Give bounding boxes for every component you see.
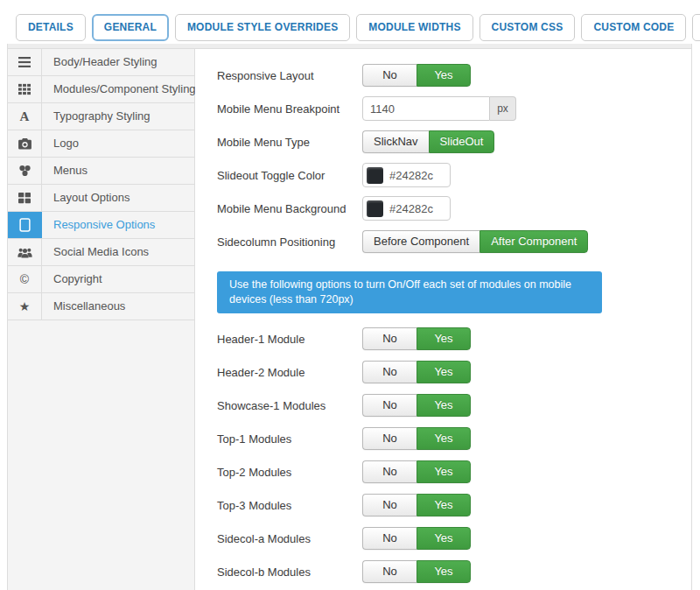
sidebar-item-modules-component-styling[interactable]: Modules/Component Styling xyxy=(8,76,194,103)
showcase-1-modules-toggle: No Yes xyxy=(362,394,471,417)
top-tab-bar: DETAILS GENERAL MODULE STYLE OVERRIDES M… xyxy=(16,14,700,41)
breakpoint-input[interactable] xyxy=(362,96,490,121)
yes-button[interactable]: Yes xyxy=(416,460,471,483)
users-icon xyxy=(8,239,42,265)
sidebar-item-label: Copyright xyxy=(42,266,102,292)
field-label: Mobile Menu Background xyxy=(217,202,362,215)
px-unit-addon: px xyxy=(490,96,516,121)
field-slideout-toggle-color: Slideout Toggle Color #24282c xyxy=(217,163,691,187)
field-label: Slideout Toggle Color xyxy=(217,169,362,182)
top-3-modules-toggle: No Yes xyxy=(362,494,471,516)
sidebar-item-label: Body/Header Styling xyxy=(42,49,158,75)
no-button[interactable]: No xyxy=(362,427,416,450)
no-button[interactable]: No xyxy=(362,394,416,417)
yes-button[interactable]: Yes xyxy=(416,427,471,450)
sidebar-item-label: Typography Styling xyxy=(42,103,150,130)
field-label: Header-2 Module xyxy=(217,366,362,379)
sidebar-item-label: Responsive Options xyxy=(42,212,155,238)
sidebar-item-label: Layout Options xyxy=(42,185,130,211)
field-label: Top-1 Modules xyxy=(217,432,362,446)
field-label: Top-3 Modules xyxy=(217,499,362,512)
sidebar-item-social-media-icons[interactable]: Social Media Icons xyxy=(8,239,194,266)
yes-button[interactable]: Yes xyxy=(416,394,471,417)
field-header-1-module: Header-1 Module No Yes xyxy=(217,327,691,351)
responsive-layout-no-button[interactable]: No xyxy=(362,64,416,87)
sidebar-item-label: Social Media Icons xyxy=(42,239,149,265)
slideout-button[interactable]: SlideOut xyxy=(429,130,495,153)
slicknav-button[interactable]: SlickNav xyxy=(362,130,429,153)
layout-icon xyxy=(8,185,42,211)
sidebar-item-typography-styling[interactable]: A Typography Styling xyxy=(8,103,194,130)
yes-button[interactable]: Yes xyxy=(416,494,471,516)
top-2-modules-toggle: No Yes xyxy=(362,460,471,483)
field-label: Sidecolumn Positioning xyxy=(217,235,362,249)
header-2-module-toggle: No Yes xyxy=(362,361,471,383)
field-showcase-1-modules: Showcase-1 Modules No Yes xyxy=(217,393,691,418)
no-button[interactable]: No xyxy=(362,361,416,383)
before-component-button[interactable]: Before Component xyxy=(362,230,480,253)
field-top-3-modules: Top-3 Modules No Yes xyxy=(217,493,691,517)
no-button[interactable]: No xyxy=(362,560,416,583)
color-value: #24282c xyxy=(389,169,433,182)
field-label: Responsive Layout xyxy=(217,69,362,82)
sidecolumn-positioning-toggle: Before Component After Component xyxy=(362,230,588,253)
sidebar-item-copyright[interactable]: © Copyright xyxy=(8,266,194,293)
yes-button[interactable]: Yes xyxy=(416,560,471,583)
tab-custom-code[interactable]: CUSTOM CODE xyxy=(581,14,686,41)
star-icon: ★ xyxy=(8,293,42,320)
sidebar-item-body-header-styling[interactable]: Body/Header Styling xyxy=(8,49,194,76)
field-label: Sidecol-a Modules xyxy=(217,532,362,545)
field-top-1-modules: Top-1 Modules No Yes xyxy=(217,426,691,451)
field-sidecolumn-positioning: Sidecolumn Positioning Before Component … xyxy=(217,229,691,254)
top-1-modules-toggle: No Yes xyxy=(362,427,471,450)
settings-panel: Body/Header Styling Modules/Component St… xyxy=(7,44,692,590)
sidebar-item-responsive-options[interactable]: Responsive Options xyxy=(8,212,194,239)
no-button[interactable]: No xyxy=(362,527,416,550)
sidebar-item-label: Menus xyxy=(42,158,88,184)
header-1-module-toggle: No Yes xyxy=(362,327,471,350)
color-swatch xyxy=(367,200,383,217)
grid-icon xyxy=(8,76,42,102)
field-responsive-layout: Responsive Layout No Yes xyxy=(217,63,691,88)
sidebar-item-logo[interactable]: Logo xyxy=(8,130,194,158)
tab-module-widths[interactable]: MODULE WIDTHS xyxy=(356,14,472,41)
color-value: #24282c xyxy=(389,202,433,215)
yes-button[interactable]: Yes xyxy=(416,361,471,383)
field-mobile-menu-type: Mobile Menu Type SlickNav SlideOut xyxy=(217,130,691,154)
field-label: Mobile Menu Type xyxy=(217,136,362,149)
field-mobile-menu-background: Mobile Menu Background #24282c xyxy=(217,196,691,221)
menus-icon xyxy=(8,158,42,184)
field-mobile-menu-breakpoint: Mobile Menu Breakpoint px xyxy=(217,96,691,121)
sidebar-item-layout-options[interactable]: Layout Options xyxy=(8,185,194,212)
responsive-layout-toggle: No Yes xyxy=(362,64,471,87)
slideout-toggle-color-picker[interactable]: #24282c xyxy=(362,163,451,187)
no-button[interactable]: No xyxy=(362,494,416,516)
mobile-modules-info-box: Use the following options to turn On/Off… xyxy=(217,271,602,313)
no-button[interactable]: No xyxy=(362,460,416,483)
field-label: Showcase-1 Modules xyxy=(217,399,362,412)
tab-custom-css[interactable]: CUSTOM CSS xyxy=(480,14,576,41)
mobile-menu-background-picker[interactable]: #24282c xyxy=(362,196,451,221)
tab-module-style-overrides[interactable]: MODULE STYLE OVERRIDES xyxy=(175,14,350,41)
sidebar-item-label: Miscellaneous xyxy=(42,293,125,320)
camera-icon xyxy=(8,130,42,157)
tab-menu-assignment[interactable]: MENU ASSIGNMENT xyxy=(692,14,700,41)
sidebar-item-menus[interactable]: Menus xyxy=(8,158,194,185)
responsive-layout-yes-button[interactable]: Yes xyxy=(416,64,471,87)
field-sidecol-b-modules: Sidecol-b Modules No Yes xyxy=(217,559,691,584)
tab-general[interactable]: GENERAL xyxy=(92,14,169,41)
general-tab-content: Responsive Layout No Yes Mobile Menu Bre… xyxy=(195,49,691,590)
font-icon: A xyxy=(8,103,42,130)
field-sidecol-a-modules: Sidecol-a Modules No Yes xyxy=(217,526,691,551)
tab-details[interactable]: DETAILS xyxy=(16,14,86,41)
color-swatch xyxy=(367,167,383,184)
yes-button[interactable]: Yes xyxy=(416,527,471,550)
after-component-button[interactable]: After Component xyxy=(480,230,588,253)
sidebar-item-miscellaneous[interactable]: ★ Miscellaneous xyxy=(8,293,194,320)
breakpoint-input-group: px xyxy=(362,96,516,121)
list-icon xyxy=(8,49,42,75)
no-button[interactable]: No xyxy=(362,327,416,350)
field-label: Mobile Menu Breakpoint xyxy=(217,102,362,116)
yes-button[interactable]: Yes xyxy=(416,327,471,350)
tablet-icon xyxy=(8,212,42,238)
